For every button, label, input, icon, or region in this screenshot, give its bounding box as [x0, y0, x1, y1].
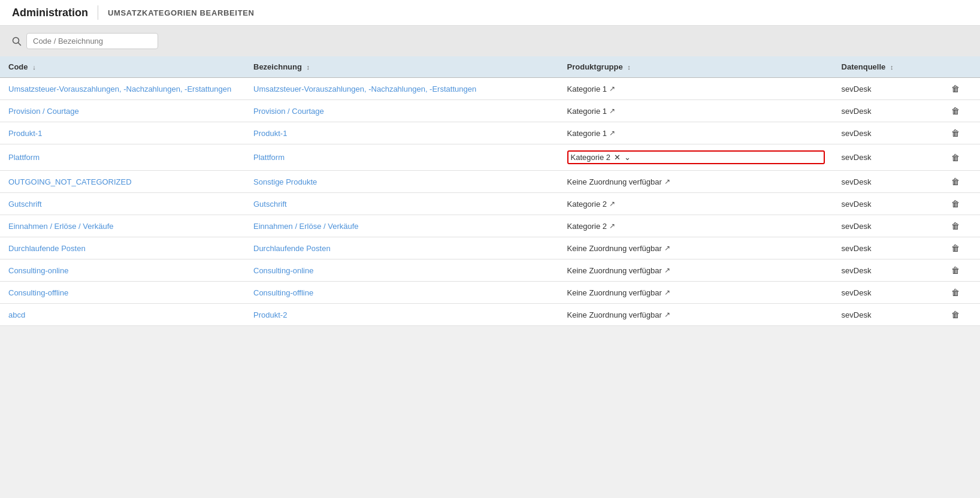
cell-bezeichnung: Provision / Courtage: [245, 100, 559, 122]
delete-button[interactable]: 🗑: [951, 84, 960, 93]
cell-bezeichnung: Consulting-offline: [245, 282, 559, 304]
categories-table: Code ↓ Bezeichnung ↕ Produktgruppe ↕ Dat…: [0, 56, 980, 326]
produktgruppe-cell: Keine Zuordnung verfügbar↗: [567, 266, 825, 275]
edit-link-icon[interactable]: ↗: [664, 288, 670, 297]
sort-icon-code[interactable]: ↓: [32, 64, 36, 71]
cell-bezeichnung: Durchlaufende Posten: [245, 237, 559, 259]
produktgruppe-cell: Keine Zuordnung verfügbar↗: [567, 177, 825, 186]
cell-action: 🗑: [931, 259, 980, 282]
cell-bezeichnung: Produkt-2: [245, 304, 559, 326]
produktgruppe-dropdown[interactable]: Kategorie 2✕⌄: [567, 150, 825, 164]
delete-button[interactable]: 🗑: [951, 128, 960, 138]
cell-datenquelle: sevDesk: [833, 100, 931, 122]
cell-code: Provision / Courtage: [0, 100, 245, 122]
cell-bezeichnung: Umsatzsteuer-Vorauszahlungen, -Nachzahlu…: [245, 78, 559, 100]
cell-produktgruppe: Kategorie 2↗: [559, 215, 833, 237]
col-header-produktgruppe[interactable]: Produktgruppe ↕: [559, 56, 833, 78]
delete-button[interactable]: 🗑: [951, 106, 960, 116]
sort-icon-produktgruppe[interactable]: ↕: [627, 64, 631, 71]
table-row: Produkt-1Produkt-1Kategorie 1↗sevDesk🗑: [0, 122, 980, 144]
cell-datenquelle: sevDesk: [833, 171, 931, 193]
cell-datenquelle: sevDesk: [833, 144, 931, 171]
toolbar: [0, 26, 980, 56]
cell-produktgruppe: Keine Zuordnung verfügbar↗: [559, 282, 833, 304]
dropdown-arrow-icon[interactable]: ⌄: [624, 153, 631, 162]
cell-datenquelle: sevDesk: [833, 215, 931, 237]
cell-code: abcd: [0, 304, 245, 326]
search-icon: [12, 37, 22, 46]
search-input[interactable]: [26, 33, 158, 49]
delete-button[interactable]: 🗑: [951, 243, 960, 253]
table-row: OUTGOING_NOT_CATEGORIZEDSonstige Produkt…: [0, 171, 980, 193]
produktgruppe-cell: Keine Zuordnung verfügbar↗: [567, 244, 825, 253]
cell-code: Durchlaufende Posten: [0, 237, 245, 259]
cell-produktgruppe: Kategorie 1↗: [559, 100, 833, 122]
delete-button[interactable]: 🗑: [951, 310, 960, 319]
edit-link-icon[interactable]: ↗: [664, 244, 670, 252]
cell-bezeichnung: Plattform: [245, 144, 559, 171]
cell-code: OUTGOING_NOT_CATEGORIZED: [0, 171, 245, 193]
edit-link-icon[interactable]: ↗: [609, 107, 615, 115]
produktgruppe-cell: Kategorie 2↗: [567, 222, 825, 231]
produktgruppe-cell: Kategorie 1↗: [567, 107, 825, 116]
cell-datenquelle: sevDesk: [833, 122, 931, 144]
delete-button[interactable]: 🗑: [951, 265, 960, 275]
cell-produktgruppe: Keine Zuordnung verfügbar↗: [559, 304, 833, 326]
edit-link-icon[interactable]: ↗: [609, 200, 615, 208]
dropdown-clear-button[interactable]: ✕: [613, 153, 622, 161]
delete-button[interactable]: 🗑: [951, 177, 960, 186]
produktgruppe-cell: Keine Zuordnung verfügbar↗: [567, 310, 825, 319]
edit-link-icon[interactable]: ↗: [664, 177, 670, 186]
svg-line-1: [19, 43, 21, 45]
col-header-code[interactable]: Code ↓: [0, 56, 245, 78]
table-row: Consulting-offlineConsulting-offlineKein…: [0, 282, 980, 304]
produktgruppe-text: Kategorie 2: [567, 222, 607, 231]
sort-icon-bezeichnung[interactable]: ↕: [307, 64, 310, 71]
edit-link-icon[interactable]: ↗: [609, 84, 615, 93]
produktgruppe-text: Kategorie 1: [567, 129, 607, 138]
edit-link-icon[interactable]: ↗: [609, 129, 615, 137]
col-header-datenquelle[interactable]: Datenquelle ↕: [833, 56, 931, 78]
delete-button[interactable]: 🗑: [951, 153, 960, 162]
cell-produktgruppe: Kategorie 1↗: [559, 122, 833, 144]
cell-action: 🗑: [931, 171, 980, 193]
cell-produktgruppe: Keine Zuordnung verfügbar↗: [559, 171, 833, 193]
produktgruppe-text: Keine Zuordnung verfügbar: [567, 244, 662, 253]
produktgruppe-text: Kategorie 1: [567, 84, 607, 93]
delete-button[interactable]: 🗑: [951, 221, 960, 231]
cell-produktgruppe: Kategorie 2↗: [559, 193, 833, 215]
table-row: Umsatzsteuer-Vorauszahlungen, -Nachzahlu…: [0, 78, 980, 100]
cell-code: Consulting-offline: [0, 282, 245, 304]
produktgruppe-cell: Kategorie 1↗: [567, 84, 825, 93]
delete-button[interactable]: 🗑: [951, 199, 960, 209]
sort-icon-datenquelle[interactable]: ↕: [890, 64, 894, 71]
cell-code: Gutschrift: [0, 193, 245, 215]
produktgruppe-text: Kategorie 2: [567, 200, 607, 209]
produktgruppe-cell: Kategorie 1↗: [567, 129, 825, 138]
cell-action: 🗑: [931, 78, 980, 100]
cell-code: Einnahmen / Erlöse / Verkäufe: [0, 215, 245, 237]
table-row: PlattformPlattformKategorie 2✕⌄sevDesk🗑: [0, 144, 980, 171]
header: Administration UMSATZKATEGORIEN BEARBEIT…: [0, 0, 980, 26]
col-header-action: [931, 56, 980, 78]
cell-action: 🗑: [931, 100, 980, 122]
edit-link-icon[interactable]: ↗: [609, 222, 615, 230]
table-row: abcdProdukt-2Keine Zuordnung verfügbar↗s…: [0, 304, 980, 326]
cell-produktgruppe: Kategorie 1↗: [559, 78, 833, 100]
table-row: Einnahmen / Erlöse / VerkäufeEinnahmen /…: [0, 215, 980, 237]
edit-link-icon[interactable]: ↗: [664, 310, 670, 319]
cell-datenquelle: sevDesk: [833, 259, 931, 282]
cell-code: Consulting-online: [0, 259, 245, 282]
cell-action: 🗑: [931, 122, 980, 144]
cell-action: 🗑: [931, 193, 980, 215]
edit-link-icon[interactable]: ↗: [664, 266, 670, 274]
cell-action: 🗑: [931, 144, 980, 171]
cell-datenquelle: sevDesk: [833, 304, 931, 326]
col-header-bezeichnung[interactable]: Bezeichnung ↕: [245, 56, 559, 78]
page-subtitle: UMSATZKATEGORIEN BEARBEITEN: [108, 8, 255, 17]
delete-button[interactable]: 🗑: [951, 288, 960, 297]
cell-produktgruppe: Keine Zuordnung verfügbar↗: [559, 259, 833, 282]
table-body: Umsatzsteuer-Vorauszahlungen, -Nachzahlu…: [0, 78, 980, 326]
produktgruppe-cell: Keine Zuordnung verfügbar↗: [567, 288, 825, 297]
cell-produktgruppe: Keine Zuordnung verfügbar↗: [559, 237, 833, 259]
